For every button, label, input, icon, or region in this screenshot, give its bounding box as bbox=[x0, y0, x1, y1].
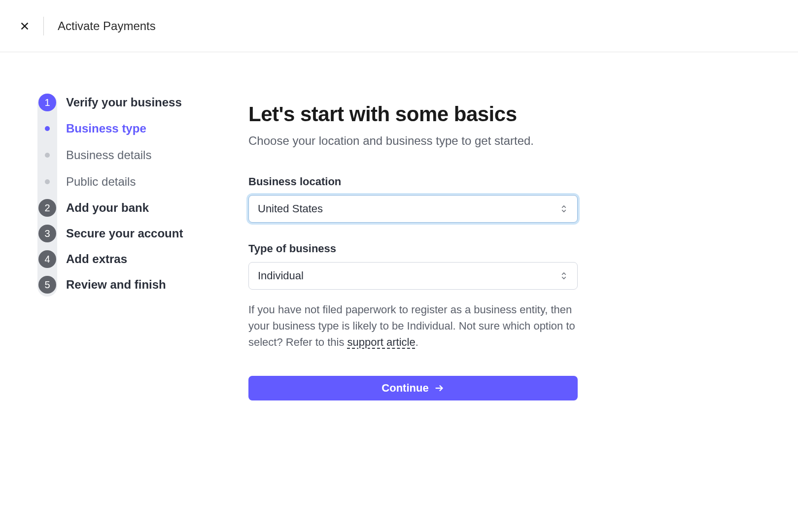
step-label: Verify your business bbox=[66, 96, 182, 109]
business-type-select[interactable]: Individual bbox=[248, 262, 578, 290]
field-business-location: Business location United States bbox=[248, 175, 578, 223]
select-value: United States bbox=[258, 202, 323, 215]
select-wrapper: United States bbox=[248, 195, 578, 223]
substep-label: Business details bbox=[66, 148, 151, 162]
main-subtitle: Choose your location and business type t… bbox=[248, 134, 578, 148]
field-business-type: Type of business Individual If you have … bbox=[248, 242, 578, 350]
substep-public-details[interactable]: Public details bbox=[37, 172, 217, 191]
business-location-select[interactable]: United States bbox=[248, 195, 578, 223]
main-title: Let's start with some basics bbox=[248, 102, 578, 126]
step-number: 5 bbox=[38, 276, 56, 294]
step-number: 4 bbox=[38, 250, 56, 268]
sidebar: 1 Verify your business Business type Bus… bbox=[0, 94, 217, 400]
substep-business-type[interactable]: Business type bbox=[37, 119, 217, 138]
step-add-extras[interactable]: 4 Add extras bbox=[37, 250, 217, 268]
substep-label: Public details bbox=[66, 175, 136, 189]
step-number: 2 bbox=[38, 199, 56, 217]
step-add-bank[interactable]: 2 Add your bank bbox=[37, 199, 217, 217]
substep-dot bbox=[45, 126, 50, 131]
main-content: Let's start with some basics Choose your… bbox=[217, 94, 578, 400]
chevron-up-down-icon bbox=[559, 204, 568, 213]
select-value: Individual bbox=[258, 269, 304, 282]
step-review-finish[interactable]: 5 Review and finish bbox=[37, 276, 217, 294]
step-verify-business[interactable]: 1 Verify your business bbox=[37, 94, 217, 111]
substep-business-details[interactable]: Business details bbox=[37, 146, 217, 165]
substep-dot bbox=[45, 153, 50, 158]
help-text-after: . bbox=[416, 336, 418, 348]
step-secure-account[interactable]: 3 Secure your account bbox=[37, 225, 217, 242]
substep-label: Business type bbox=[66, 122, 146, 135]
field-label: Type of business bbox=[248, 242, 578, 255]
header-divider bbox=[43, 17, 44, 35]
chevron-up-down-icon bbox=[559, 271, 568, 280]
page-title: Activate Payments bbox=[58, 19, 156, 33]
header: Activate Payments bbox=[0, 0, 798, 52]
content: 1 Verify your business Business type Bus… bbox=[0, 52, 798, 400]
substep-dot bbox=[45, 179, 50, 184]
step-label: Add extras bbox=[66, 252, 127, 266]
support-article-link[interactable]: support article bbox=[347, 336, 416, 348]
continue-button[interactable]: Continue bbox=[248, 376, 578, 400]
step-number: 3 bbox=[38, 225, 56, 242]
step-label: Review and finish bbox=[66, 278, 166, 292]
select-wrapper: Individual bbox=[248, 262, 578, 290]
continue-label: Continue bbox=[382, 382, 428, 395]
step-number: 1 bbox=[38, 94, 56, 111]
field-label: Business location bbox=[248, 175, 578, 188]
close-icon bbox=[19, 21, 30, 32]
step-label: Add your bank bbox=[66, 201, 149, 215]
step-label: Secure your account bbox=[66, 227, 183, 240]
close-button[interactable] bbox=[15, 16, 35, 36]
help-text: If you have not filed paperwork to regis… bbox=[248, 301, 578, 350]
steps-list: 1 Verify your business Business type Bus… bbox=[37, 94, 217, 294]
arrow-right-icon bbox=[434, 383, 445, 394]
